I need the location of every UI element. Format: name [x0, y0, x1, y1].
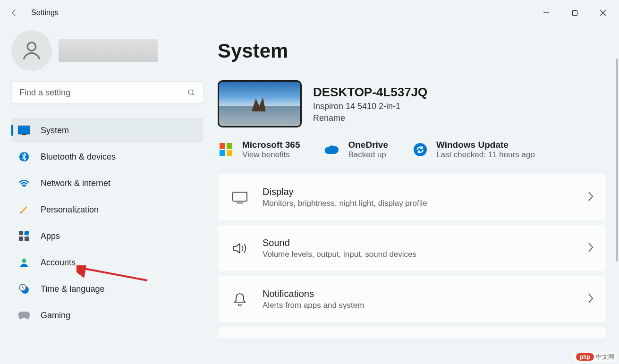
- device-name: DESKTOP-4L537JQ: [313, 85, 427, 100]
- titlebar: Settings: [0, 0, 619, 25]
- card-title: Display: [263, 186, 427, 197]
- nav-list: System Bluetooth & devices Network & int…: [11, 118, 204, 328]
- svg-rect-16: [220, 150, 225, 156]
- svg-rect-17: [227, 150, 232, 156]
- svg-rect-15: [227, 143, 232, 149]
- status-sub: Last checked: 11 hours ago: [436, 150, 535, 160]
- nav-item-apps[interactable]: Apps: [11, 224, 204, 248]
- nav-label: System: [41, 126, 69, 135]
- close-icon: [600, 9, 606, 16]
- minimize-button[interactable]: [532, 3, 560, 22]
- user-name: [59, 39, 158, 62]
- svg-rect-14: [220, 143, 225, 149]
- apps-icon: [18, 230, 30, 242]
- content-area: System DESKTOP-4L537JQ Inspiron 14 5410 …: [215, 25, 619, 364]
- onedrive-icon: [323, 141, 340, 158]
- status-sub: Backed up: [348, 150, 388, 160]
- settings-cards: Display Monitors, brightness, night ligh…: [218, 174, 607, 338]
- nav-label: Gaming: [41, 311, 70, 321]
- card-sub: Monitors, brightness, night light, displ…: [263, 199, 427, 208]
- search-box[interactable]: [11, 81, 204, 104]
- card-title: Sound: [263, 237, 416, 248]
- window-controls: [532, 3, 617, 22]
- desktop-thumbnail[interactable]: [218, 80, 302, 127]
- nav-label: Bluetooth & devices: [41, 152, 116, 162]
- watermark-text: 中文网: [596, 353, 614, 361]
- close-button[interactable]: [589, 3, 617, 22]
- nav-item-gaming[interactable]: Gaming: [11, 303, 204, 328]
- back-button[interactable]: [5, 3, 24, 22]
- nav-item-accounts[interactable]: Accounts: [11, 250, 204, 275]
- status-update[interactable]: Windows Update Last checked: 11 hours ag…: [412, 140, 535, 160]
- svg-rect-8: [24, 231, 29, 236]
- page-title: System: [218, 40, 607, 62]
- avatar: [11, 30, 52, 71]
- status-title: OneDrive: [348, 140, 388, 150]
- bell-icon: [230, 292, 249, 306]
- maximize-button[interactable]: [560, 3, 589, 22]
- nav-label: Time & language: [41, 284, 104, 294]
- svg-point-2: [188, 90, 193, 94]
- nav-item-network[interactable]: Network & internet: [11, 171, 204, 195]
- card-display[interactable]: Display Monitors, brightness, night ligh…: [218, 174, 607, 221]
- minimize-icon: [543, 9, 550, 16]
- chevron-right-icon: [587, 191, 594, 203]
- card-title: Notifications: [263, 288, 364, 299]
- chevron-right-icon: [587, 242, 594, 254]
- card-sub: Volume levels, output, input, sound devi…: [263, 250, 416, 259]
- card-next-peek[interactable]: [218, 327, 607, 338]
- nav-label: Personalization: [41, 205, 99, 215]
- paintbrush-icon: [18, 203, 30, 216]
- card-notifications[interactable]: Notifications Alerts from apps and syste…: [218, 276, 607, 323]
- nav-label: Network & internet: [41, 178, 110, 188]
- nav-item-system[interactable]: System: [11, 118, 204, 143]
- display-icon: [230, 191, 249, 203]
- status-m365[interactable]: Microsoft 365 View benefits: [218, 140, 300, 160]
- svg-point-1: [27, 42, 36, 51]
- device-summary: DESKTOP-4L537JQ Inspiron 14 5410 2-in-1 …: [218, 80, 607, 127]
- windows-update-icon: [412, 141, 429, 158]
- svg-point-11: [22, 259, 26, 263]
- device-model: Inspiron 14 5410 2-in-1: [313, 102, 427, 111]
- rename-link[interactable]: Rename: [313, 113, 427, 123]
- nav-item-personalization[interactable]: Personalization: [11, 197, 204, 222]
- gamepad-icon: [18, 309, 30, 322]
- sound-icon: [230, 242, 249, 255]
- scrollbar[interactable]: [616, 59, 618, 262]
- nav-item-bluetooth[interactable]: Bluetooth & devices: [11, 144, 204, 169]
- back-arrow-icon: [9, 8, 19, 17]
- chevron-right-icon: [587, 293, 594, 305]
- svg-point-18: [414, 143, 427, 156]
- watermark-badge: php: [576, 353, 594, 361]
- svg-rect-7: [19, 231, 23, 235]
- status-title: Microsoft 365: [242, 140, 300, 150]
- svg-rect-10: [25, 237, 29, 241]
- user-account-row[interactable]: [11, 30, 204, 71]
- accounts-icon: [18, 256, 30, 269]
- card-sound[interactable]: Sound Volume levels, output, input, soun…: [218, 225, 607, 272]
- status-onedrive[interactable]: OneDrive Backed up: [323, 140, 388, 160]
- nav-label: Accounts: [41, 258, 76, 268]
- nav-item-time[interactable]: Time & language: [11, 277, 204, 301]
- status-row: Microsoft 365 View benefits OneDrive Bac…: [218, 140, 607, 160]
- user-icon: [20, 39, 43, 62]
- svg-rect-3: [18, 126, 30, 134]
- search-input[interactable]: [19, 88, 169, 98]
- sidebar: System Bluetooth & devices Network & int…: [0, 25, 215, 364]
- search-icon: [187, 88, 195, 97]
- wifi-icon: [18, 177, 30, 189]
- nav-label: Apps: [41, 231, 60, 241]
- watermark: php 中文网: [573, 352, 617, 362]
- bluetooth-icon: [18, 151, 30, 163]
- status-sub: View benefits: [242, 150, 300, 160]
- maximize-icon: [572, 10, 578, 16]
- system-icon: [18, 124, 30, 136]
- window-title: Settings: [31, 8, 59, 17]
- card-sub: Alerts from apps and system: [263, 301, 364, 310]
- svg-rect-5: [22, 134, 26, 135]
- microsoft-365-icon: [218, 141, 235, 158]
- svg-rect-9: [19, 237, 23, 241]
- clock-globe-icon: [18, 283, 30, 295]
- status-title: Windows Update: [436, 140, 535, 150]
- svg-rect-0: [572, 10, 577, 15]
